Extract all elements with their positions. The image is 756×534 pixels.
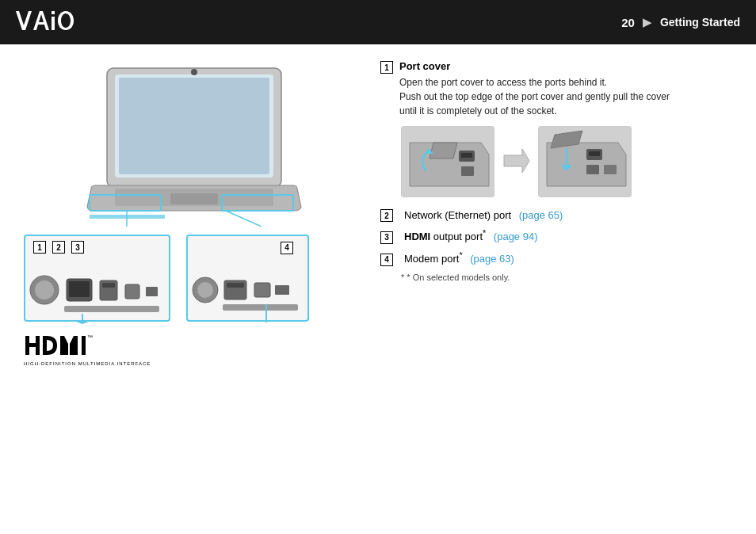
svg-rect-18 <box>102 283 115 288</box>
hdmi-logo-svg: ™ <box>24 333 103 360</box>
item-1-number: 1 <box>380 61 393 74</box>
svg-point-14 <box>35 280 54 299</box>
svg-rect-29 <box>275 285 289 295</box>
header-arrow: ▶ <box>643 15 652 29</box>
page-number: 20 <box>621 16 635 29</box>
svg-line-10 <box>226 211 262 227</box>
diagram-num-3: 3 <box>71 241 84 254</box>
port-cover-svg-1 <box>402 127 494 197</box>
port-arrow-svg <box>502 149 530 173</box>
item-1-row: 1 Port cover Open the port cover to acce… <box>380 60 732 118</box>
hdmi-logo: ™ High-Definition Multimedia Interface <box>24 333 365 366</box>
svg-rect-21 <box>64 306 159 312</box>
svg-marker-32 <box>261 320 272 322</box>
svg-rect-20 <box>146 287 158 296</box>
left-panel: 1 2 3 <box>24 60 365 518</box>
port-cover-svg-2 <box>539 127 632 197</box>
page-title: Getting Started <box>660 16 740 29</box>
diagram-numbers-right: 4 <box>281 241 293 254</box>
svg-rect-1 <box>52 17 55 30</box>
svg-rect-28 <box>254 283 270 297</box>
hdmi-subtitle: High-Definition Multimedia Interface <box>24 361 365 366</box>
vaio-logo <box>16 8 111 36</box>
footnote-text: * On selected models only. <box>407 273 510 282</box>
item-3-title: HDMI output port* <box>404 228 489 242</box>
svg-rect-7 <box>170 193 218 204</box>
right-panel: 1 Port cover Open the port cover to acce… <box>365 60 732 518</box>
svg-point-5 <box>191 69 197 75</box>
header-right: 20 ▶ Getting Started <box>621 15 740 29</box>
bottom-diagrams: 1 2 3 <box>24 235 365 322</box>
svg-rect-34 <box>29 343 36 347</box>
svg-marker-38 <box>64 336 74 355</box>
footnote: * * On selected models only. <box>401 273 732 282</box>
svg-rect-30 <box>223 304 298 311</box>
port-cover-images <box>401 126 732 197</box>
svg-rect-37 <box>60 336 64 355</box>
svg-rect-36 <box>43 336 47 355</box>
item-3-number: 3 <box>380 231 393 244</box>
item-4-number: 4 <box>380 254 393 266</box>
svg-rect-0 <box>52 11 55 14</box>
svg-marker-23 <box>76 322 89 324</box>
right-diagram-box: 4 <box>186 235 309 322</box>
main-content: 1 2 3 <box>0 44 756 534</box>
svg-text:™: ™ <box>87 334 93 340</box>
item-4-row: 4 Modem port* (page 63) <box>380 250 732 266</box>
item-2-row: 2 Network (Ethernet) port (page 65) <box>380 208 732 222</box>
svg-rect-52 <box>586 165 599 174</box>
svg-rect-16 <box>69 281 90 297</box>
item-2-link[interactable]: (page 65) <box>519 209 563 221</box>
item-1-content: Port cover Open the port cover to access… <box>399 60 670 118</box>
svg-point-25 <box>197 282 213 298</box>
svg-rect-46 <box>461 166 474 176</box>
footnote-asterisk: * <box>401 273 404 282</box>
svg-rect-45 <box>461 153 472 158</box>
left-diagram-box: 1 2 3 <box>24 235 170 322</box>
diagram-num-2: 2 <box>52 241 65 254</box>
svg-rect-35 <box>36 336 40 355</box>
svg-rect-53 <box>604 165 617 174</box>
svg-rect-27 <box>227 283 244 288</box>
item-3-row: 3 HDMI output port* (page 94) <box>380 228 732 244</box>
laptop-svg <box>67 60 321 227</box>
item-4-title: Modem port* <box>404 250 465 265</box>
port-arrow <box>502 149 530 175</box>
left-port-svg <box>29 257 163 324</box>
svg-marker-47 <box>504 149 529 173</box>
svg-rect-39 <box>74 336 78 355</box>
svg-rect-4 <box>119 78 269 174</box>
diagram-num-4: 4 <box>281 242 293 254</box>
item-3-link[interactable]: (page 94) <box>494 231 538 242</box>
laptop-illustration <box>24 60 365 227</box>
svg-rect-51 <box>589 151 600 156</box>
right-port-svg <box>191 257 302 324</box>
svg-rect-19 <box>125 284 139 299</box>
item-4-link[interactable]: (page 63) <box>470 253 514 265</box>
svg-rect-33 <box>25 336 29 355</box>
item-2-number: 2 <box>380 209 393 222</box>
port-cover-image-1 <box>401 126 494 197</box>
diagram-num-1: 1 <box>33 241 46 254</box>
diagram-numbers-left: 1 2 3 <box>33 241 84 254</box>
page-header: 20 ▶ Getting Started <box>0 0 756 44</box>
header-left <box>16 8 111 36</box>
item-2-title: Network (Ethernet) port <box>404 209 514 221</box>
item-1-title: Port cover <box>399 60 450 72</box>
item-1-desc: Open the port cover to access the ports … <box>399 75 670 118</box>
svg-rect-40 <box>82 336 86 355</box>
port-cover-image-2 <box>538 126 632 197</box>
